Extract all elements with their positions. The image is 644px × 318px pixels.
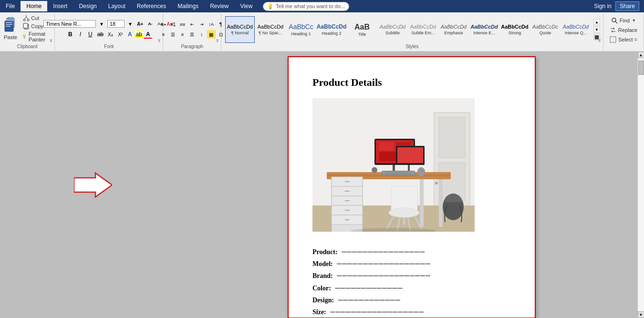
font-group: Times New R... ▼ 18 ▼ A+ A- Aa A✕ B I U … <box>55 13 163 50</box>
scroll-track[interactable] <box>638 58 644 311</box>
product-image <box>312 98 475 232</box>
svg-rect-39 <box>420 179 424 227</box>
styles-area: AaBbCcDd ¶ Normal AaBbCcDd ¶ No Spac... … <box>223 14 592 45</box>
menu-home[interactable]: Home <box>21 1 47 11</box>
document-wrapper[interactable]: Product Details <box>186 51 637 318</box>
style-intquote[interactable]: AaBbCcDd Intense Q... <box>561 16 591 43</box>
style-intquote-label: Intense Q... <box>565 31 587 35</box>
numbering-btn[interactable]: ≡1 <box>169 20 177 29</box>
style-heading2[interactable]: AaBbCcDd Heading 2 <box>317 16 346 43</box>
select-button[interactable]: Select = <box>607 35 640 44</box>
style-intenseem[interactable]: AaBbCcDd Intense E... <box>469 16 499 43</box>
svg-rect-40 <box>439 179 443 227</box>
font-color-btn[interactable]: A <box>144 30 152 39</box>
replace-button[interactable]: Replace <box>607 26 640 34</box>
svg-rect-12 <box>23 23 28 28</box>
text-highlight-btn[interactable]: ab <box>135 30 143 39</box>
align-center-btn[interactable]: ☰ <box>169 30 177 39</box>
svg-point-62 <box>372 167 377 173</box>
paste-label: Paste <box>4 34 17 40</box>
align-left-btn[interactable]: ≡ <box>159 30 168 39</box>
lightbulb-icon: 💡 <box>267 3 274 10</box>
font-name-row: Times New R... ▼ 18 ▼ A+ A- Aa A✕ <box>43 20 175 28</box>
style-subtleem-label: Subtle Em... <box>411 31 435 35</box>
sort-btn[interactable]: ↕A <box>207 20 216 29</box>
line-spacing-btn[interactable]: ↕ <box>197 30 206 39</box>
svg-rect-46 <box>379 142 394 151</box>
scissors-icon <box>23 15 30 21</box>
svg-rect-36 <box>345 200 350 201</box>
svg-rect-13 <box>23 35 25 37</box>
bold-button[interactable]: B <box>65 30 75 39</box>
style-quote[interactable]: AaBbCcDc Quote <box>530 16 560 43</box>
style-heading1[interactable]: AaBbCc Heading 1 <box>286 16 316 43</box>
menu-file[interactable]: File <box>0 1 21 11</box>
svg-rect-23 <box>439 117 465 158</box>
svg-rect-51 <box>397 147 423 163</box>
style-nospace[interactable]: AaBbCcDd ¶ No Spac... <box>256 16 285 43</box>
svg-rect-1 <box>8 17 13 20</box>
style-nospace-preview: AaBbCcDd <box>258 24 283 30</box>
style-normal[interactable]: AaBbCcDd ¶ Normal <box>225 16 255 43</box>
style-subtleem[interactable]: AaBbCcDd Subtle Em... <box>408 16 438 43</box>
menu-design[interactable]: Design <box>73 1 102 11</box>
style-h2-preview: AaBbCcDd <box>317 23 347 30</box>
paste-button[interactable]: Paste <box>2 16 19 41</box>
superscript-button[interactable]: X² <box>115 30 125 39</box>
share-btn[interactable]: Share <box>615 1 639 11</box>
left-panel <box>0 51 186 318</box>
paragraph-group: ≡• ≡1 ≡≡ ⇤ ⇥ ↕A ¶ ≡ ☰ ≡ ☰ ↕ ▦ ⊡ Paragrap… <box>163 13 221 50</box>
paragraph-list-row: ≡• ≡1 ≡≡ ⇤ ⇥ ↕A ¶ <box>159 20 225 29</box>
style-strong[interactable]: AaBbCcDd Strong <box>500 16 530 43</box>
scroll-thumb[interactable] <box>638 61 644 75</box>
increase-indent-btn[interactable]: ⇥ <box>197 20 206 29</box>
tell-me-box[interactable]: 💡 Tell me what you want to do... <box>263 2 349 11</box>
styles-scroll-down[interactable]: ▼ <box>593 26 600 33</box>
shading-btn[interactable]: ▦ <box>207 30 216 39</box>
style-nospace-label: ¶ No Spac... <box>259 31 282 35</box>
scroll-up-btn[interactable]: ▲ <box>638 51 644 58</box>
decrease-indent-btn[interactable]: ⇤ <box>188 20 197 29</box>
decrease-font-btn[interactable]: A- <box>146 20 155 28</box>
select-icon <box>610 36 616 43</box>
font-name-dropdown[interactable]: ▼ <box>97 20 106 28</box>
svg-rect-3 <box>6 22 12 23</box>
scroll-down-btn[interactable]: ▼ <box>638 311 644 318</box>
subscript-button[interactable]: X₂ <box>105 30 115 39</box>
style-subtitle-preview: AaBbCcDd <box>380 24 405 30</box>
menu-review[interactable]: Review <box>204 1 234 11</box>
font-size-dropdown[interactable]: ▼ <box>126 20 135 28</box>
styles-scroll-up[interactable]: ▲ <box>593 19 600 25</box>
style-subtitle[interactable]: AaBbCcDd Subtitle <box>378 16 407 43</box>
format-buttons-row: B I U ab X₂ X² A ab A <box>65 30 152 39</box>
style-intenseem-preview: AaBbCcDd <box>470 24 498 30</box>
style-emphasis[interactable]: AaBbCcDd Emphasis <box>439 16 468 43</box>
menu-layout[interactable]: Layout <box>103 1 131 11</box>
font-size-box[interactable]: 18 <box>107 20 125 28</box>
svg-rect-5 <box>6 26 10 27</box>
svg-rect-17 <box>610 37 616 42</box>
style-title[interactable]: AaB Title <box>347 16 377 43</box>
justify-btn[interactable]: ☰ <box>188 30 197 39</box>
bullets-btn[interactable]: ≡• <box>159 20 168 29</box>
align-right-btn[interactable]: ≡ <box>178 30 187 39</box>
menu-insert[interactable]: Insert <box>47 1 73 11</box>
style-title-preview: AaB <box>354 22 370 31</box>
paragraph-collapse[interactable]: ⧖ <box>215 39 220 43</box>
text-effect-btn[interactable]: A <box>125 30 134 39</box>
document-title: Product Details <box>312 76 511 89</box>
font-name-box[interactable]: Times New R... <box>43 20 96 28</box>
increase-font-btn[interactable]: A+ <box>136 20 145 28</box>
menu-view[interactable]: View <box>235 1 259 11</box>
menu-mailings[interactable]: Mailings <box>172 1 204 11</box>
svg-point-25 <box>435 182 438 185</box>
find-button[interactable]: Find ▼ <box>608 16 639 25</box>
styles-collapse[interactable]: ⧖ <box>597 39 602 43</box>
strikethrough-button[interactable]: ab <box>95 30 105 39</box>
sign-in-btn[interactable]: Sign in <box>594 3 612 10</box>
menu-references[interactable]: References <box>131 1 172 11</box>
multilevel-btn[interactable]: ≡≡ <box>178 20 187 29</box>
italic-button[interactable]: I <box>75 30 85 39</box>
underline-button[interactable]: U <box>85 30 95 39</box>
style-strong-label: Strong <box>509 31 521 35</box>
